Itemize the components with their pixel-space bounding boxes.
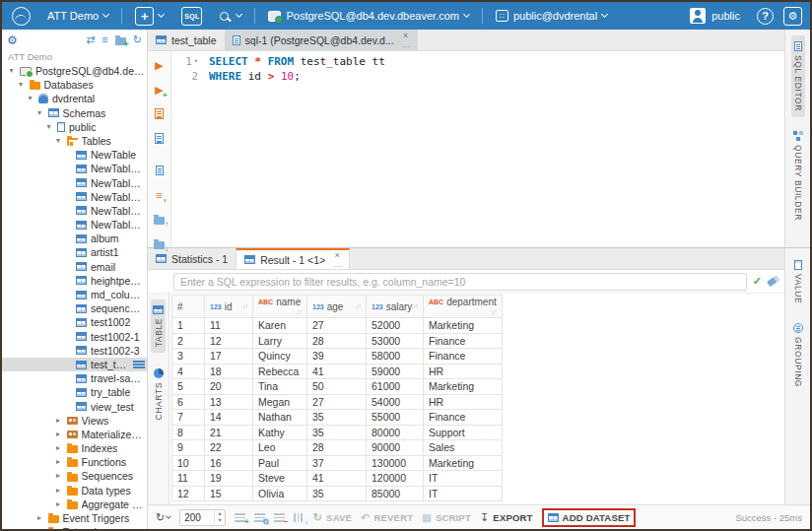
navigator-settings-icon[interactable] [7, 34, 18, 46]
data-cell[interactable]: 80000 [367, 425, 424, 440]
data-cell[interactable]: 55000 [367, 410, 424, 426]
editor-tab-sql-1-postgresql-db4-dev-d[interactable]: sql-1 (PostgreSQL@db4.dev.d... [225, 30, 418, 50]
data-cell[interactable]: 50 [307, 379, 367, 395]
open-script-icon[interactable]: ↑ [154, 210, 165, 228]
settings-button[interactable] [783, 7, 802, 26]
expander-down-icon[interactable] [35, 106, 44, 120]
close-icon[interactable] [335, 249, 340, 260]
sort-icon[interactable] [297, 307, 303, 316]
panel-tab-value[interactable]: VALUE [791, 254, 805, 309]
table-row[interactable]: 821Kathy3580000Support [172, 425, 503, 440]
expander-right-icon[interactable] [54, 441, 63, 455]
apply-filter-icon[interactable] [753, 276, 762, 287]
data-cell[interactable]: Kathy [253, 425, 307, 440]
data-cell[interactable]: Finance [424, 410, 503, 426]
data-cell[interactable]: 13 [205, 394, 253, 410]
expander-right-icon[interactable] [35, 525, 44, 529]
execute-script-icon[interactable] [155, 104, 164, 122]
expander-down-icon[interactable] [17, 78, 26, 92]
table-row[interactable]: 922Leo2890000Sales [172, 440, 503, 456]
expander-right-icon[interactable] [35, 511, 44, 525]
expander-right-icon[interactable] [54, 414, 63, 428]
schema-dropdown[interactable]: public@dvdrental [489, 2, 614, 30]
tree-item-data-types[interactable]: Data types [2, 484, 147, 498]
tree-item-newtable-4[interactable]: NewTable_4 [2, 204, 147, 218]
data-cell[interactable]: 20 [205, 379, 253, 395]
column-header-salary[interactable]: 123salary [367, 296, 424, 318]
workspace-dropdown[interactable]: ATT Demo [40, 2, 115, 30]
tree-item-sequence-test[interactable]: sequence_test [2, 301, 147, 315]
filter-input[interactable] [173, 273, 747, 291]
data-cell[interactable]: 90000 [367, 440, 424, 456]
side-tab-query-builder[interactable]: QUERY BUILDER [791, 125, 805, 227]
data-cell[interactable]: 18 [205, 364, 253, 379]
tree-item-dvdrental[interactable]: dvdrental [2, 92, 147, 105]
side-tab-sql-editor[interactable]: SQL EDITOR [791, 35, 805, 117]
data-cell[interactable]: Finance [424, 349, 503, 365]
tree-item-schemas[interactable]: Schemas [2, 106, 147, 120]
data-cell[interactable]: 37 [307, 455, 367, 471]
sort-icon[interactable] [242, 301, 248, 310]
data-cell[interactable]: 59000 [367, 364, 424, 379]
tree-item-test-table[interactable]: test_table [2, 358, 147, 371]
data-cell[interactable]: 12 [205, 333, 253, 349]
tree-item-album[interactable]: album [2, 232, 147, 245]
tree-item-materialized-views[interactable]: Materialized Views [2, 428, 147, 441]
data-cell[interactable]: Support [424, 425, 503, 440]
data-cell[interactable]: Steve [253, 471, 307, 487]
collapse-folders-icon[interactable] [115, 37, 126, 45]
tree-item-extensions[interactable]: Extensions [2, 525, 147, 529]
editor-tab-test-table[interactable]: test_table [148, 30, 225, 50]
data-cell[interactable]: IT [424, 471, 503, 487]
data-cell[interactable]: 21 [205, 425, 253, 440]
expander-down-icon[interactable] [54, 134, 63, 148]
tree-item-databases[interactable]: Databases [2, 78, 147, 92]
revert-button[interactable]: REVERT [361, 512, 413, 523]
tab-menu-icon[interactable] [402, 40, 410, 51]
data-cell[interactable]: Marketing [424, 318, 503, 334]
tree-item-artist1[interactable]: artist1 [2, 245, 147, 259]
tree-item-newtable-2[interactable]: NewTable_2 [2, 176, 147, 190]
tree-item-tables[interactable]: Tables [2, 134, 147, 148]
sync-connection-icon[interactable] [86, 34, 95, 45]
tree-item-postgresql-db4-dev-dbe[interactable]: PostgreSQL@db4.dev.dbe... [2, 64, 147, 78]
expander-right-icon[interactable] [54, 469, 63, 483]
export-button[interactable]: EXPORT [480, 512, 533, 523]
data-cell[interactable]: 35 [307, 425, 367, 440]
tree-item-view-test[interactable]: view_test [2, 400, 147, 414]
tree-item-newtable[interactable]: NewTable [2, 148, 147, 162]
tree-item-views[interactable]: Views [2, 414, 147, 428]
sort-icon[interactable] [491, 307, 497, 316]
result-tab-result-1-1[interactable]: Result - 1 <1> [236, 248, 350, 269]
tree-item-newtable-3[interactable]: NewTable_3 [2, 190, 147, 204]
table-row[interactable]: 520Tina5061000Marketing [172, 379, 503, 395]
table-row[interactable]: 111Karen2752000Marketing [172, 318, 503, 334]
data-cell[interactable]: 61000 [367, 379, 424, 395]
presentation-tab-table[interactable]: TABLE [151, 299, 166, 353]
execute-icon[interactable] [155, 55, 163, 73]
execute-new-tab-icon[interactable]: + [155, 80, 163, 98]
tree-item-aggregate-functions[interactable]: Aggregate functions [2, 498, 147, 511]
data-cell[interactable]: 28 [307, 440, 367, 456]
data-cell[interactable]: 19 [205, 471, 253, 487]
stepper-arrows[interactable]: ▲▼ [214, 510, 224, 524]
data-cell[interactable]: 17 [205, 349, 253, 365]
column-header-department[interactable]: ABCdepartment [424, 296, 503, 318]
delete-row-icon[interactable]: − [274, 513, 285, 522]
refresh-tree-icon[interactable] [133, 34, 142, 45]
data-cell[interactable]: 27 [307, 394, 367, 410]
save-button[interactable]: SAVE [313, 512, 352, 523]
data-cell[interactable]: 120000 [367, 471, 424, 487]
expander-right-icon[interactable] [54, 498, 63, 511]
expander-right-icon[interactable] [54, 428, 63, 441]
tree-item-test1002-3[interactable]: test1002-3 [2, 344, 147, 358]
link-editor-icon[interactable] [102, 34, 107, 45]
data-cell[interactable]: 41 [307, 471, 367, 487]
tab-menu-icon[interactable] [333, 260, 341, 271]
data-cell[interactable]: 130000 [367, 455, 424, 471]
data-cell[interactable]: 53000 [367, 333, 424, 349]
data-cell[interactable]: Tina [253, 379, 307, 395]
data-cell[interactable]: Leo [253, 440, 307, 456]
data-cell[interactable]: Marketing [424, 379, 503, 395]
data-cell[interactable]: Olivia [253, 486, 307, 501]
